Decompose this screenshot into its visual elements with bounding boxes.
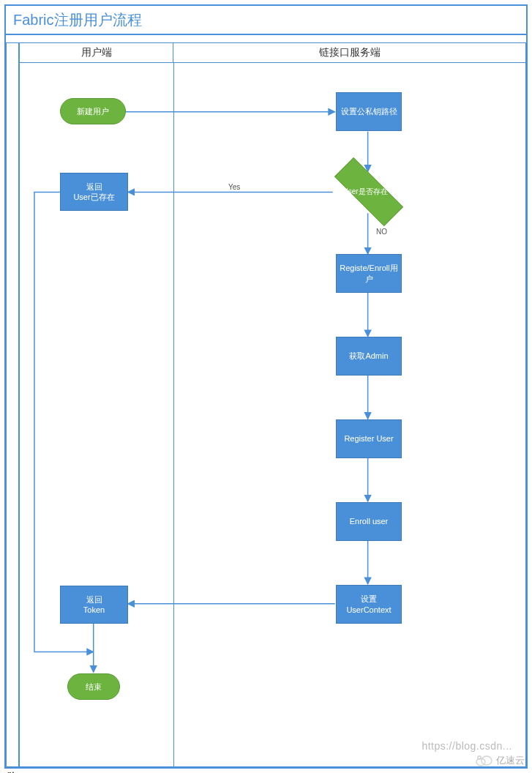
set-keys-box: 设置公私钥路径: [336, 92, 402, 131]
decision-text: User是否存在？: [334, 170, 404, 214]
edge-label-no: NO: [376, 228, 387, 236]
return-exists-l1: 返回: [86, 182, 102, 192]
registe-enroll-box: Registe/Enroll用户: [336, 254, 402, 293]
watermark-text: https://blog.csdn...: [422, 740, 512, 752]
lane-body: 新建用户 设置公私钥路径 User是否存在？ Yes NO 返回 User已存在…: [19, 63, 526, 767]
connectors-svg: [20, 63, 525, 766]
enroll-user-box: Enroll user: [336, 502, 402, 541]
brand-badge: 亿速云: [474, 754, 525, 767]
brand-text: 亿速云: [496, 754, 525, 767]
register-user-box: Register User: [336, 419, 402, 458]
start-node: 新建用户: [60, 98, 126, 124]
stage-strip: [6, 42, 19, 767]
return-token-l1: 返回: [86, 594, 102, 605]
diagram-title: Fabric注册用户流程: [13, 10, 142, 30]
return-exists-l2: User已存在: [73, 192, 114, 202]
get-admin-box: 获取Admin: [336, 337, 402, 376]
decision-node: User是否存在？: [334, 170, 404, 214]
diagram-page: Fabric注册用户流程 阶段 用户端 链接口服务端: [0, 0, 532, 773]
cloud-icon: [474, 754, 493, 767]
return-token-box: 返回 Token: [60, 586, 128, 624]
return-exists-box: 返回 User已存在: [60, 173, 128, 211]
return-token-l2: Token: [83, 605, 105, 615]
svg-point-2: [478, 756, 481, 759]
title-bar: Fabric注册用户流程: [6, 6, 526, 35]
lane-separator: [173, 63, 174, 766]
lane-header-client: 用户端: [20, 43, 173, 62]
edge-label-yes: Yes: [228, 183, 240, 191]
svg-point-1: [482, 756, 492, 765]
lane-headers: 用户端 链接口服务端: [19, 42, 526, 63]
set-usercontext-box: 设置UserContext: [336, 585, 402, 624]
end-node: 结束: [67, 673, 120, 700]
lane-header-server: 链接口服务端: [173, 43, 525, 62]
